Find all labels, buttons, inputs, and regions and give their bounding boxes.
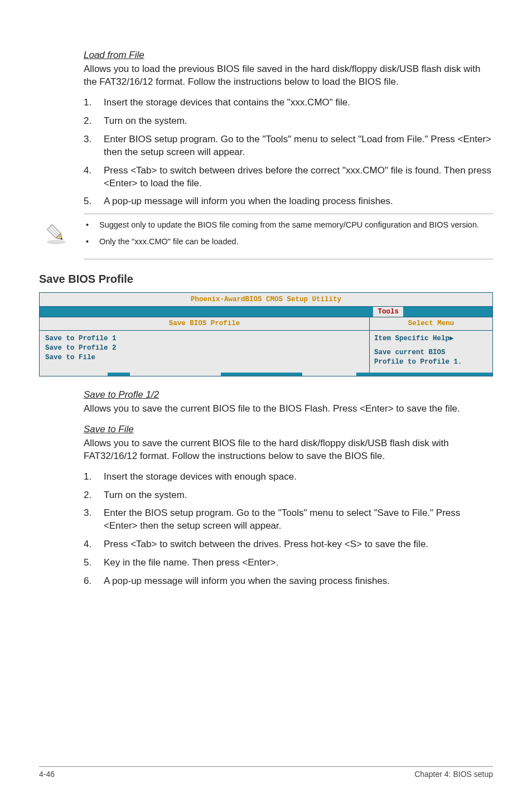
step-number: 1. bbox=[84, 471, 94, 484]
step-number: 6. bbox=[84, 575, 94, 588]
step-number: 3. bbox=[84, 507, 94, 533]
subheading-save-to-file: Save to File bbox=[84, 423, 493, 436]
step-number: 4. bbox=[84, 538, 94, 551]
bios-profile-list: Save to Profile 1 Save to Profile 2 Save… bbox=[40, 331, 370, 373]
paragraph: Allows you to save the current BIOS file… bbox=[84, 437, 493, 463]
steps-list-1: 1.Insert the storage devices that contai… bbox=[84, 96, 493, 209]
bullet-icon: • bbox=[86, 236, 89, 248]
intro-paragraph: Allows you to load the previous BIOS fil… bbox=[84, 63, 493, 89]
step-text: A pop-up message will inform you when th… bbox=[104, 575, 493, 588]
right-arrow-icon: ▶ bbox=[449, 334, 454, 344]
step-number: 2. bbox=[84, 115, 94, 128]
section-title-save-bios-profile: Save BIOS Profile bbox=[39, 272, 493, 287]
bios-screenshot: Phoenix-AwardBIOS CMOS Setup Utility Too… bbox=[39, 292, 493, 376]
bios-help-title: Item Specific Help bbox=[374, 335, 449, 342]
step-text: Enter BIOS setup program. Go to the "Too… bbox=[104, 133, 493, 159]
step-number: 2. bbox=[84, 489, 94, 502]
paragraph: Allows you to save the current BIOS file… bbox=[84, 403, 493, 416]
bios-help-body-line: Save current BIOS bbox=[374, 348, 488, 357]
subheading-save-to-profile: Save to Profle 1/2 bbox=[84, 389, 493, 402]
bios-active-tab: Tools bbox=[373, 307, 403, 317]
bios-bottom-border bbox=[40, 373, 492, 376]
subheading-load-from-file: Load from File bbox=[84, 49, 493, 62]
page-footer: 4-46 Chapter 4: BIOS setup bbox=[39, 766, 493, 780]
bullet-icon: • bbox=[86, 220, 89, 231]
step-text: Key in the file name. Then press <Enter>… bbox=[104, 557, 493, 569]
step-number: 5. bbox=[84, 557, 94, 569]
step-number: 4. bbox=[84, 165, 94, 190]
note-text: Only the "xxx.CMO" file can be loaded. bbox=[99, 236, 239, 248]
svg-point-0 bbox=[47, 240, 66, 244]
step-number: 1. bbox=[84, 96, 94, 109]
bios-left-header: Save BIOS Profile bbox=[40, 317, 370, 330]
note-box: •Suggest only to update the BIOS file co… bbox=[84, 214, 493, 259]
bios-help-body-line: Profile to Profile 1. bbox=[374, 357, 488, 367]
step-number: 3. bbox=[84, 133, 94, 159]
step-text: Insert the storage devices that contains… bbox=[104, 96, 493, 109]
chapter-label: Chapter 4: BIOS setup bbox=[414, 769, 493, 780]
step-number: 5. bbox=[84, 195, 94, 208]
step-text: Turn on the system. bbox=[104, 489, 493, 502]
step-text: Insert the storage devices with enough s… bbox=[104, 471, 493, 484]
note-text: Suggest only to update the BIOS file com… bbox=[99, 220, 479, 231]
bios-right-header: Select Menu bbox=[370, 317, 492, 330]
step-text: Press <Tab> to switch between the drives… bbox=[104, 538, 493, 551]
step-text: Enter the BIOS setup program. Go to the … bbox=[104, 507, 493, 533]
bios-help-panel: Item Specific Help▶ Save current BIOS Pr… bbox=[370, 331, 492, 373]
step-text: Turn on the system. bbox=[104, 115, 493, 128]
page-number: 4-46 bbox=[39, 769, 55, 780]
step-text: Press <Tab> to switch between drives bef… bbox=[104, 165, 493, 190]
steps-list-2: 1.Insert the storage devices with enough… bbox=[84, 471, 493, 588]
pencil-icon bbox=[45, 220, 71, 249]
bios-tab-bar: Tools bbox=[40, 307, 492, 317]
bios-title: Phoenix-AwardBIOS CMOS Setup Utility bbox=[40, 293, 492, 307]
step-text: A pop-up message will inform you when th… bbox=[104, 195, 493, 208]
